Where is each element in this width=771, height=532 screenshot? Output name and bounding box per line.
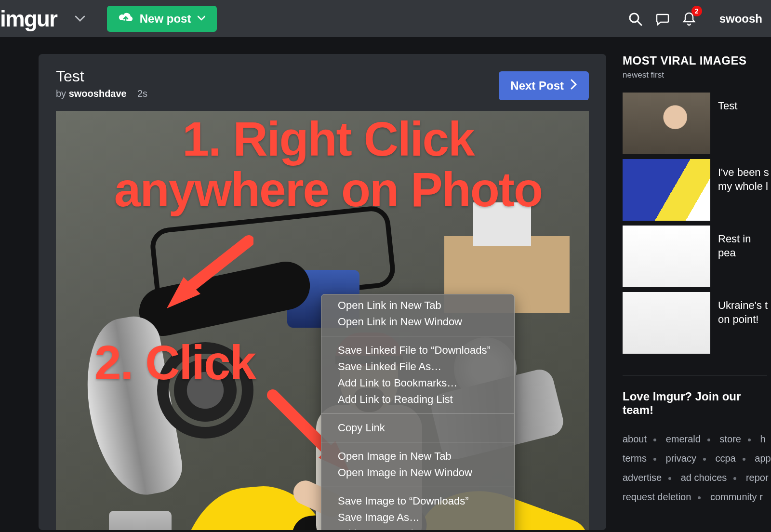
chevron-right-icon: [571, 79, 577, 93]
post-image[interactable]: 1. Right Click anywhere on Photo 2. Clic…: [56, 111, 589, 530]
arrow-icon: [157, 231, 253, 313]
ctx-save-linked-as[interactable]: Save Linked File As…: [321, 359, 514, 375]
footer-link[interactable]: about: [623, 434, 647, 444]
ctx-save-linked-downloads[interactable]: Save Linked File to “Downloads”: [321, 339, 514, 359]
app-header: imgur New post 2 swoosh: [0, 0, 771, 37]
new-post-label: New post: [140, 12, 191, 26]
ctx-open-link-new-window[interactable]: Open Link in New Window: [321, 314, 514, 333]
post-age: 2s: [137, 88, 147, 99]
footer-link[interactable]: advertise: [623, 472, 662, 483]
annotation-step-2: 2. Click: [94, 337, 255, 388]
viral-thumb: [623, 226, 710, 287]
annotation-step-1: 1. Right Click anywhere on Photo: [70, 114, 586, 215]
ctx-save-image-as[interactable]: Save Image As…: [321, 509, 514, 526]
team-callout[interactable]: Love Imgur? Join our team!: [623, 390, 771, 417]
viral-title: Rest in pea: [710, 226, 771, 287]
viral-list: Test I've been s my whole l Rest in pea …: [623, 93, 771, 354]
viral-title: Test: [710, 93, 737, 154]
footer-link[interactable]: terms: [623, 453, 647, 464]
by-label: by: [56, 88, 66, 99]
logo-dropdown-chevron-icon[interactable]: [75, 15, 85, 22]
footer-link[interactable]: store: [719, 434, 741, 444]
post-author[interactable]: swooshdave: [69, 88, 127, 99]
ctx-open-image-new-tab[interactable]: Open Image in New Tab: [321, 445, 514, 465]
notification-badge: 2: [691, 6, 702, 16]
svg-line-1: [638, 21, 641, 25]
viral-title: Ukraine's t on point!: [710, 292, 771, 354]
username-label[interactable]: swoosh: [719, 12, 762, 26]
ctx-open-image-new-window[interactable]: Open Image in New Window: [321, 465, 514, 484]
viral-thumb: [623, 159, 710, 221]
viral-item[interactable]: I've been s my whole l: [623, 159, 771, 221]
footer-links: about emerald store h terms privacy ccpa…: [623, 429, 771, 506]
footer-link[interactable]: request deletion: [623, 492, 691, 502]
ctx-open-link-new-tab[interactable]: Open Link in New Tab: [321, 294, 514, 314]
viral-item[interactable]: Ukraine's t on point!: [623, 292, 771, 354]
footer-link[interactable]: repor: [746, 472, 769, 483]
sidebar-divider: [623, 375, 767, 375]
notifications-icon[interactable]: 2: [678, 8, 700, 30]
chat-icon[interactable]: [651, 8, 673, 30]
ctx-add-image-photos[interactable]: Add Image to Photos: [321, 526, 514, 530]
next-post-label: Next Post: [510, 79, 564, 93]
page-body: Test by swooshdave 2s Next Post: [0, 37, 771, 530]
ctx-copy-link[interactable]: Copy Link: [321, 417, 514, 439]
viral-item[interactable]: Test: [623, 93, 771, 154]
search-icon[interactable]: [624, 8, 646, 30]
sidebar: MOST VIRAL IMAGES newest first Test I've…: [623, 54, 771, 530]
viral-thumb: [623, 93, 710, 154]
footer-link[interactable]: community r: [710, 492, 763, 502]
viral-title: I've been s my whole l: [710, 159, 771, 221]
sidebar-heading: MOST VIRAL IMAGES: [623, 54, 771, 67]
logo-text: imgur: [0, 6, 57, 31]
footer-link[interactable]: h: [760, 434, 765, 444]
ctx-add-link-reading-list[interactable]: Add Link to Reading List: [321, 391, 514, 411]
viral-item[interactable]: Rest in pea: [623, 226, 771, 287]
footer-link[interactable]: emerald: [666, 434, 701, 444]
footer-link[interactable]: privacy: [666, 453, 696, 464]
new-post-button[interactable]: New post: [107, 6, 217, 32]
sidebar-subheading[interactable]: newest first: [623, 70, 771, 80]
logo[interactable]: imgur: [0, 6, 57, 32]
footer-link[interactable]: ad choices: [681, 472, 727, 483]
footer-link[interactable]: app: [755, 453, 771, 464]
post-card: Test by swooshdave 2s Next Post: [39, 54, 606, 530]
photo-decor: [109, 511, 172, 530]
context-menu: Open Link in New Tab Open Link in New Wi…: [321, 294, 515, 530]
chevron-down-icon: [198, 14, 205, 23]
next-post-button[interactable]: Next Post: [499, 71, 589, 100]
upload-cloud-icon: [119, 13, 133, 25]
viral-thumb: [623, 292, 710, 354]
ctx-add-link-bookmarks[interactable]: Add Link to Bookmarks…: [321, 375, 514, 391]
footer-link[interactable]: ccpa: [715, 453, 735, 464]
ctx-save-image-downloads[interactable]: Save Image to “Downloads”: [321, 490, 514, 509]
